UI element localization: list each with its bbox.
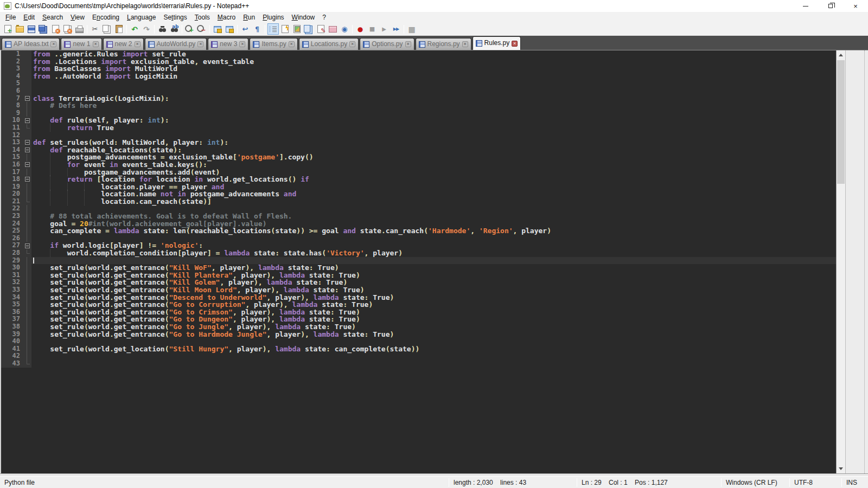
minimize-button[interactable] xyxy=(793,0,818,12)
tab-close-icon[interactable]: × xyxy=(462,41,468,47)
tab-ap-ideas-txt[interactable]: AP Ideas.txt× xyxy=(2,38,60,50)
save-file-button[interactable] xyxy=(26,23,37,35)
menu-item-run[interactable]: Run xyxy=(239,12,259,22)
macro-run-multiple-button[interactable] xyxy=(391,23,402,35)
sync-horizontal-scroll-button[interactable] xyxy=(224,23,235,35)
tab-new-3[interactable]: new 3× xyxy=(208,38,248,50)
code-line: 2from .Locations import exclusion_table,… xyxy=(1,58,836,66)
fold-margin[interactable] xyxy=(23,146,31,154)
restore-button[interactable] xyxy=(818,0,843,12)
macro-save-button[interactable] xyxy=(406,23,418,35)
fold-collapse-icon[interactable] xyxy=(25,140,30,145)
open-file-button[interactable] xyxy=(14,23,25,35)
status-eol-format[interactable]: Windows (CR LF) xyxy=(722,479,789,486)
replace-button[interactable] xyxy=(169,23,180,35)
code-text: # 88 total achievements. Goal is to defe… xyxy=(31,213,836,220)
paste-button[interactable] xyxy=(113,23,125,35)
status-encoding[interactable]: UTF-8 xyxy=(790,479,841,486)
tab-new-2[interactable]: new 2× xyxy=(103,38,144,50)
macro-stop-button[interactable] xyxy=(367,23,378,35)
new-file-button[interactable] xyxy=(2,23,14,35)
undo-button[interactable] xyxy=(129,23,141,35)
fold-line xyxy=(27,279,27,286)
menu-item-language[interactable]: Language xyxy=(123,12,159,22)
code-line: 33 set_rule(world.get_entrance("Kill Moo… xyxy=(1,286,836,294)
function-list-button[interactable] xyxy=(279,23,291,35)
tab-locations-py[interactable]: Locations.py× xyxy=(299,38,359,50)
sync-vertical-scroll-button[interactable] xyxy=(212,23,224,35)
show-indent-guide-button[interactable] xyxy=(267,23,279,35)
fold-margin[interactable] xyxy=(23,176,31,183)
tab-close-icon[interactable]: × xyxy=(289,41,295,47)
folder-as-workspace-button[interactable] xyxy=(327,23,339,35)
document-list-button[interactable] xyxy=(303,23,315,35)
tab-close-icon[interactable]: × xyxy=(405,41,411,47)
menu-item-plugins[interactable]: Plugins xyxy=(259,12,288,22)
close-all-button[interactable] xyxy=(62,23,73,35)
menu-item-search[interactable]: Search xyxy=(39,12,67,22)
tab-options-py[interactable]: Options.py× xyxy=(360,38,414,50)
show-all-characters-button[interactable] xyxy=(252,23,263,35)
vertical-scrollbar[interactable] xyxy=(836,50,845,473)
tab-regions-py[interactable]: Regions.py× xyxy=(416,38,471,50)
document-map-button[interactable] xyxy=(291,23,303,35)
close-file-button[interactable] xyxy=(50,23,61,35)
menu-item-edit[interactable]: Edit xyxy=(20,12,39,22)
macro-play-button[interactable] xyxy=(379,23,390,35)
fold-collapse-icon[interactable] xyxy=(25,96,30,101)
fold-margin[interactable] xyxy=(23,139,31,146)
monitoring-button[interactable] xyxy=(339,23,350,35)
macro-record-button[interactable] xyxy=(355,23,366,35)
tab-close-icon[interactable]: × xyxy=(512,41,518,47)
tab-close-icon[interactable]: × xyxy=(93,41,99,47)
shortcut-mapper-button[interactable] xyxy=(315,23,327,35)
copy-button[interactable] xyxy=(101,23,113,35)
fold-margin xyxy=(23,249,31,257)
tab-rules-py[interactable]: Rules.py× xyxy=(473,36,521,50)
menu-item-macro[interactable]: Macro xyxy=(214,12,239,22)
print-icon xyxy=(75,24,84,34)
fold-collapse-icon[interactable] xyxy=(25,177,30,182)
fold-margin[interactable] xyxy=(23,117,31,124)
tab-close-icon[interactable]: × xyxy=(239,41,245,47)
tab-close-icon[interactable]: × xyxy=(50,41,56,47)
redo-button[interactable] xyxy=(141,23,152,35)
tab-items-py[interactable]: Items.py× xyxy=(250,38,297,50)
fold-margin xyxy=(23,58,31,66)
tab-new-1[interactable]: new 1× xyxy=(61,38,101,50)
code-line: 16 for event in events_table.keys(): xyxy=(1,161,836,169)
tab-close-icon[interactable]: × xyxy=(135,41,141,47)
menu-item-file[interactable]: File xyxy=(2,12,20,22)
fold-collapse-icon[interactable] xyxy=(25,243,30,248)
code-editor[interactable]: 1from ..generic.Rules import set_rule2fr… xyxy=(1,50,836,473)
fold-collapse-icon[interactable] xyxy=(25,162,30,167)
save-all-button[interactable] xyxy=(38,23,49,35)
menu-item-window[interactable]: Window xyxy=(288,12,319,22)
word-wrap-button[interactable] xyxy=(240,23,251,35)
tab-close-icon[interactable]: × xyxy=(349,41,355,47)
zoom-in-button[interactable] xyxy=(184,23,196,35)
close-button[interactable]: × xyxy=(843,0,868,12)
find-button[interactable] xyxy=(157,23,168,35)
fold-margin[interactable] xyxy=(23,95,31,102)
cut-button[interactable] xyxy=(90,23,101,35)
zoom-out-icon xyxy=(197,24,207,34)
zoom-out-button[interactable] xyxy=(196,23,208,35)
fold-collapse-icon[interactable] xyxy=(25,147,30,152)
menu-item-view[interactable]: View xyxy=(67,12,88,22)
scroll-down-arrow-icon[interactable] xyxy=(837,464,845,473)
menu-item-settings[interactable]: Settings xyxy=(159,12,190,22)
fold-collapse-icon[interactable] xyxy=(25,118,30,123)
status-insert-mode[interactable]: INS xyxy=(842,479,868,486)
scroll-up-arrow-icon[interactable] xyxy=(837,50,845,60)
scrollbar-thumb[interactable] xyxy=(837,60,845,184)
tab-close-icon[interactable]: × xyxy=(197,41,203,47)
shortcut-mapper-icon xyxy=(316,24,326,34)
menu-item-help[interactable]: ? xyxy=(318,12,330,22)
fold-margin[interactable] xyxy=(23,242,31,249)
fold-margin[interactable] xyxy=(23,161,31,169)
print-button[interactable] xyxy=(74,23,85,35)
tab-autoworld-py[interactable]: AutoWorld.py× xyxy=(145,38,207,50)
menu-item-tools[interactable]: Tools xyxy=(191,12,214,22)
menu-item-encoding[interactable]: Encoding xyxy=(88,12,123,22)
